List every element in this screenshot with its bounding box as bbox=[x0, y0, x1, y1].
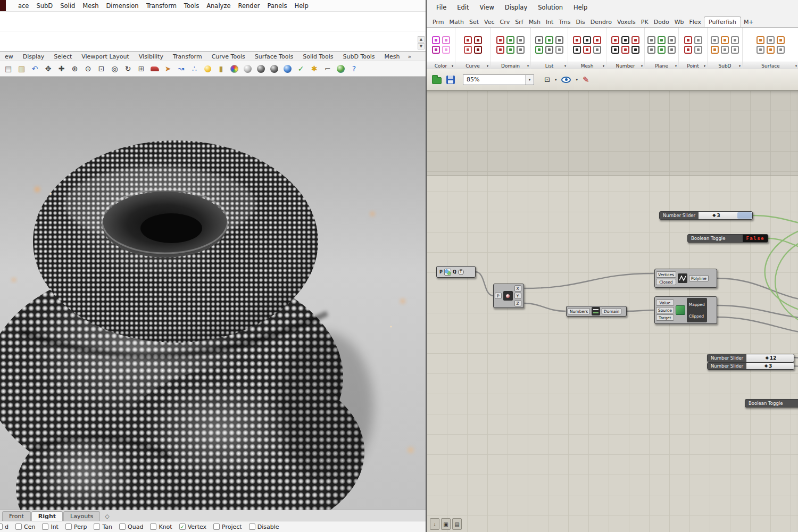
component-icon[interactable] bbox=[684, 36, 692, 44]
component-icon[interactable] bbox=[555, 36, 563, 44]
osnap-vertex[interactable]: ✓ Vertex bbox=[179, 523, 206, 530]
osnap-quad[interactable]: Quad bbox=[119, 523, 143, 530]
checkbox[interactable] bbox=[94, 523, 100, 530]
zoom-window-icon[interactable]: ⊡ bbox=[95, 63, 107, 75]
ribbon-group-label[interactable]: Color▾ bbox=[427, 62, 455, 69]
slider-knob[interactable]: ◆ bbox=[766, 356, 769, 360]
viewport-tab-layouts[interactable]: Layouts bbox=[63, 511, 100, 521]
boolean-toggle-node[interactable]: Boolean Toggle False bbox=[687, 234, 768, 243]
osnap-perp[interactable]: Perp bbox=[65, 523, 87, 530]
component-icon[interactable] bbox=[593, 46, 601, 54]
copy-icon[interactable]: ▤ bbox=[2, 63, 14, 75]
component-icon[interactable] bbox=[442, 46, 450, 54]
command-scrollbar[interactable]: ▲ ▼ bbox=[418, 36, 425, 49]
rhino-tab-transform[interactable]: Transform bbox=[168, 53, 207, 60]
chevron-down-icon[interactable]: ▾ bbox=[576, 78, 578, 82]
gh-menu-edit[interactable]: Edit bbox=[452, 4, 474, 11]
gh-menu-file[interactable]: File bbox=[431, 4, 452, 11]
component-icon[interactable] bbox=[621, 46, 629, 54]
rhino-menu-mesh[interactable]: Mesh bbox=[79, 2, 102, 10]
gh-tab-flex[interactable]: Flex bbox=[686, 17, 703, 27]
component-icon[interactable] bbox=[545, 36, 553, 44]
canvas-widget-preview-button[interactable]: ▤ bbox=[452, 518, 462, 530]
component-icon[interactable] bbox=[731, 36, 739, 44]
component-icon[interactable] bbox=[496, 46, 504, 54]
gh-tab-pk[interactable]: PK bbox=[638, 17, 651, 27]
gh-tab-srf[interactable]: Srf bbox=[512, 17, 526, 27]
polyline-node[interactable]: Vertices Closed Polyline bbox=[654, 269, 717, 288]
gh-tab-m[interactable]: M+ bbox=[741, 17, 757, 27]
component-icon[interactable] bbox=[694, 36, 702, 44]
input-port-value[interactable]: Value bbox=[656, 300, 674, 306]
gh-tab-prm[interactable]: Prm bbox=[430, 17, 446, 27]
ribbon-group-label[interactable]: Surface▾ bbox=[743, 62, 798, 69]
rhino-command-area[interactable]: ▲ ▼ bbox=[0, 12, 426, 52]
component-icon[interactable] bbox=[757, 36, 764, 44]
osnap-knot[interactable]: Knot bbox=[150, 523, 172, 530]
viewport-tab-right[interactable]: Right bbox=[31, 511, 63, 521]
canvas-widget-solver-button[interactable]: ▣ bbox=[441, 518, 451, 530]
component-icon[interactable] bbox=[711, 46, 719, 54]
select-arrow-icon[interactable]: ➤ bbox=[162, 63, 174, 75]
output-port-domain[interactable]: Domain bbox=[602, 308, 621, 314]
output-port-clipped[interactable]: Clipped bbox=[689, 314, 705, 319]
component-icon[interactable] bbox=[464, 36, 472, 44]
gh-tab-int[interactable]: Int bbox=[543, 17, 556, 27]
chevron-down-icon[interactable]: ▾ bbox=[487, 64, 488, 68]
component-icon[interactable] bbox=[721, 36, 729, 44]
component-icon[interactable] bbox=[631, 46, 639, 54]
osnap-d[interactable]: d bbox=[0, 523, 9, 530]
component-icon[interactable] bbox=[721, 46, 729, 54]
rhino-tab-select[interactable]: Select bbox=[49, 53, 77, 60]
osnap-disable[interactable]: Disable bbox=[249, 523, 279, 530]
component-icon[interactable] bbox=[496, 36, 504, 44]
slider-track[interactable]: ◆ 3 bbox=[746, 363, 794, 369]
rhino-tab-display[interactable]: Display bbox=[18, 53, 49, 60]
checkbox[interactable] bbox=[150, 523, 156, 530]
zoom-dynamic-icon[interactable]: ⊙ bbox=[82, 63, 94, 75]
component-icon[interactable] bbox=[474, 46, 482, 54]
scroll-up-icon[interactable]: ▲ bbox=[418, 36, 425, 43]
chevron-down-icon[interactable]: ▾ bbox=[527, 64, 529, 68]
osnap-project[interactable]: Project bbox=[213, 523, 242, 530]
dark-sphere-icon[interactable] bbox=[255, 63, 267, 75]
input-port-target[interactable]: Target bbox=[656, 314, 674, 321]
corner-icon[interactable]: ⌐ bbox=[321, 63, 334, 75]
dark-sphere2-icon[interactable] bbox=[268, 63, 280, 75]
component-icon[interactable] bbox=[506, 46, 514, 54]
ribbon-group-label[interactable]: Curve▾ bbox=[455, 62, 490, 69]
component-icon[interactable] bbox=[621, 36, 629, 44]
open-file-icon[interactable] bbox=[432, 77, 442, 84]
component-icon[interactable] bbox=[535, 36, 543, 44]
input-port-vertices[interactable]: Vertices bbox=[656, 271, 676, 278]
chevron-down-icon[interactable]: ▾ bbox=[525, 75, 534, 85]
toggle-value[interactable]: False bbox=[743, 235, 768, 242]
output-port-x[interactable]: X bbox=[514, 285, 521, 292]
slider-track[interactable]: ◆ 3 bbox=[699, 212, 752, 219]
gh-tab-set[interactable]: Set bbox=[467, 17, 481, 27]
output-port-z[interactable]: Z bbox=[514, 300, 521, 306]
rhino-tab-subd-tools[interactable]: SubD Tools bbox=[338, 53, 380, 60]
component-icon[interactable] bbox=[583, 36, 591, 44]
checkbox[interactable] bbox=[15, 523, 22, 530]
pan-hand-icon[interactable]: ✥ bbox=[42, 63, 54, 75]
layer-table-icon[interactable]: ⊞ bbox=[135, 63, 147, 75]
blue-sphere-icon[interactable] bbox=[281, 63, 294, 75]
component-icon[interactable] bbox=[593, 36, 601, 44]
chevron-down-icon[interactable]: ▾ bbox=[564, 64, 566, 68]
checkbox[interactable] bbox=[119, 523, 126, 530]
chevron-down-icon[interactable]: ▾ bbox=[704, 64, 705, 68]
gh-tab-pufferfish[interactable]: Pufferfish bbox=[704, 16, 741, 28]
component-icon[interactable] bbox=[517, 36, 525, 44]
link-nodes-icon[interactable]: ∴ bbox=[188, 63, 201, 75]
gh-tab-voxels[interactable]: Voxels bbox=[614, 17, 638, 27]
component-icon[interactable] bbox=[647, 36, 655, 44]
number-slider-node[interactable]: Number Slider ◆ 3 bbox=[707, 362, 794, 370]
gh-tab-vec[interactable]: Vec bbox=[481, 17, 497, 27]
component-icon[interactable] bbox=[464, 46, 472, 54]
gh-tab-math[interactable]: Math bbox=[446, 17, 467, 27]
chevron-down-icon[interactable]: ▾ bbox=[795, 64, 797, 68]
osnap-int[interactable]: Int bbox=[42, 523, 59, 530]
earth-icon[interactable] bbox=[335, 63, 347, 75]
component-icon[interactable] bbox=[611, 46, 619, 54]
